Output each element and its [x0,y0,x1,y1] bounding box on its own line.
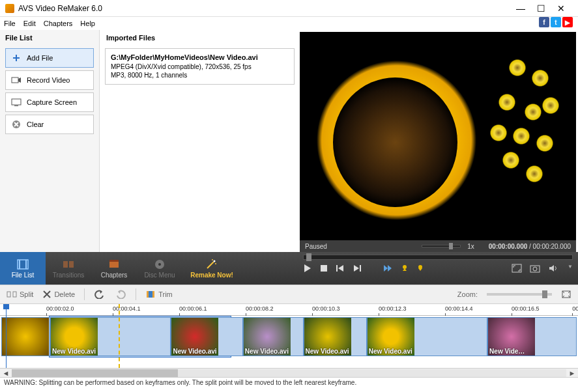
filmstrip-icon [16,259,29,270]
clip-label: New Video.avi [369,348,412,355]
play-button[interactable] [303,264,312,273]
wand-icon [205,259,218,270]
next-frame-button[interactable] [353,264,362,272]
tab-transitions[interactable]: Transitions [46,252,91,285]
marker-prev-button[interactable] [401,264,409,272]
clear-icon [11,120,22,129]
split-button[interactable]: Split [7,290,33,299]
fit-zoom-button[interactable] [561,290,571,299]
timeline-clip[interactable]: New Video.avi [367,317,487,356]
svg-rect-7 [63,261,68,268]
menu-edit[interactable]: Edit [23,20,36,27]
capture-screen-button[interactable]: Capture Screen [5,92,94,112]
file-list-heading: File List [0,30,99,46]
zoom-slider[interactable] [487,293,552,296]
facebook-icon[interactable]: f [539,17,549,27]
maximize-button[interactable]: ☐ [537,3,545,14]
svg-rect-2 [14,105,18,106]
prev-frame-button[interactable] [336,264,345,272]
clip-label: New Video.avi [173,348,216,355]
svg-point-15 [212,259,213,260]
playhead[interactable] [6,304,7,368]
timeline[interactable]: 00:00:02.000:00:04.100:00:06.100:00:08.2… [0,304,578,368]
time-tick: 00:00:14.4 [445,305,473,312]
mode-toolbar: File List Transitions Chapters Disc Menu… [0,252,578,285]
undo-button[interactable] [94,290,106,299]
zoom-label: Zoom: [457,290,478,298]
timeline-clip[interactable]: New Video.avi [243,317,304,356]
imported-heading: Imported Files [100,30,300,46]
status-bar: WARNING: Splitting can be performed base… [0,377,578,389]
svg-rect-10 [109,260,119,262]
volume-button[interactable] [548,264,560,273]
tab-chapters[interactable]: Chapters [91,252,137,285]
speed-value: 1x [467,243,474,250]
menu-chapters[interactable]: Chapters [44,20,73,27]
timeline-scrollbar[interactable]: ◄ ► [0,368,578,377]
twitter-icon[interactable]: t [551,17,561,27]
trim-button[interactable]: Trim [145,290,173,299]
timeline-clip[interactable]: New Video.avi [171,317,242,356]
svg-rect-5 [19,260,20,269]
scroll-left-button[interactable]: ◄ [1,369,10,377]
marker-next-button[interactable] [416,264,424,272]
timeline-clip[interactable]: New Video.avi [50,317,171,356]
svg-rect-6 [25,260,27,269]
aspect-ratio-button[interactable] [512,264,522,273]
time-tick: 00:00:06.1 [179,305,207,312]
snapshot-button[interactable] [530,264,540,273]
svg-rect-16 [321,265,327,272]
svg-point-12 [158,263,161,266]
edit-toolbar: Split Delete Trim Zoom: [0,285,578,304]
imported-file-item[interactable]: G:\MyFolder\MyHomeVideos\New Video.avi M… [105,48,295,85]
time-tick: 00:00:12.3 [379,305,407,312]
file-list-panel: File List Add FileRecord VideoCapture Sc… [0,30,100,252]
minimize-button[interactable]: — [516,3,525,14]
tab-file-list[interactable]: File List [0,252,46,285]
time-tick: 00:00:02.0 [46,305,74,312]
add-file-button[interactable]: Add File [5,48,94,68]
svg-rect-25 [13,292,16,297]
playback-status: Paused [305,243,327,250]
tab-disc-menu[interactable]: Disc Menu [137,252,182,285]
trim-icon [145,290,156,299]
time-tick: 00:00:16.5 [512,305,540,312]
volume-dropdown-icon[interactable]: ▼ [568,264,573,273]
svg-point-13 [214,260,216,262]
speed-slider[interactable] [422,245,461,247]
clip-thumbnail [2,318,49,356]
delete-button[interactable]: Delete [42,290,75,299]
split-icon [7,290,17,299]
menu-help[interactable]: Help [80,20,95,27]
time-ruler[interactable]: 00:00:02.000:00:04.100:00:06.100:00:08.2… [0,304,578,316]
svg-rect-27 [149,291,152,298]
record-video-button[interactable]: Record Video [5,70,94,90]
svg-rect-8 [69,261,74,268]
current-time: 00:00:00.000 [489,243,528,250]
timeline-clip[interactable] [1,317,50,356]
close-button[interactable]: ✕ [557,3,565,14]
menu-file[interactable]: File [4,20,16,27]
youtube-icon[interactable]: ▶ [562,17,573,27]
svg-rect-9 [109,261,119,268]
next-keyframe-button[interactable] [383,264,393,272]
svg-rect-1 [12,99,21,105]
chapter-marker[interactable] [119,304,120,368]
time-tick: 00:00:10.3 [312,305,340,312]
clip-label: New Vide… [489,348,525,355]
total-time: 00:00:20.000 [533,243,571,250]
timeline-clip[interactable]: New Video.avi [304,317,367,356]
stop-button[interactable] [320,264,328,272]
preview-panel[interactable]: Paused 1x 00:00:00.000 / 00:00:20.000 [300,32,576,252]
timeline-clip[interactable]: New Vide… [487,317,577,356]
imported-files-panel: Imported Files G:\MyFolder\MyHomeVideos\… [100,30,300,252]
remake-now-button[interactable]: Remake Now! [182,252,241,285]
svg-point-14 [215,263,216,264]
svg-rect-24 [7,292,10,297]
clip-label: New Video.avi [52,348,96,355]
seek-bar[interactable] [303,255,573,260]
time-tick: 00:00:08.2 [246,305,274,312]
redo-button[interactable] [115,290,126,299]
clear-button[interactable]: Clear [5,115,94,134]
scroll-right-button[interactable]: ► [568,369,577,377]
